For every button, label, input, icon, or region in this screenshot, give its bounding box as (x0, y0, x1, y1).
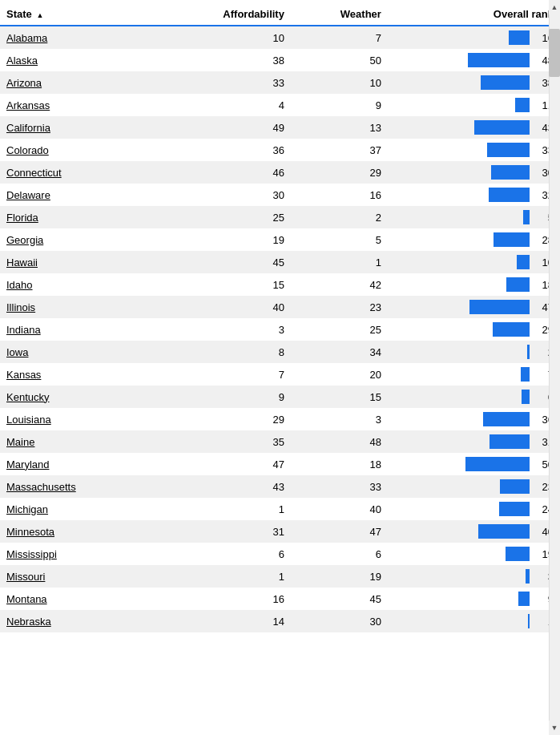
state-link[interactable]: Massachusetts (6, 481, 76, 493)
state-link[interactable]: Mississippi (6, 548, 57, 560)
table-row: Nebraska14301 (0, 610, 560, 632)
affordability-cell: 33 (172, 71, 291, 94)
weather-cell: 33 (291, 475, 388, 498)
table-row: Maine354831 (0, 430, 560, 453)
weather-cell: 19 (291, 565, 388, 588)
state-link[interactable]: Florida (6, 212, 38, 224)
state-link[interactable]: Montana (6, 593, 47, 605)
state-link[interactable]: Arkansas (6, 99, 50, 111)
rank-cell: 9 (388, 588, 560, 610)
weather-cell: 13 (291, 116, 388, 139)
scrollbar[interactable]: ▲ ▼ (549, 0, 560, 735)
table-container: State ▲ Affordability Weather Overall ra… (0, 0, 560, 735)
col-state-header[interactable]: State ▲ (0, 0, 172, 26)
rank-cell: 6 (388, 386, 560, 408)
col-weather-header[interactable]: Weather (291, 0, 388, 26)
scrollbar-arrow-up[interactable]: ▲ (549, 0, 560, 14)
rank-cell: 23 (388, 475, 560, 498)
affordability-cell: 9 (172, 386, 291, 408)
weather-cell: 5 (291, 228, 388, 251)
state-link[interactable]: Arizona (6, 77, 42, 89)
state-link[interactable]: Georgia (6, 234, 43, 246)
table-row: Delaware301632 (0, 184, 560, 206)
state-link[interactable]: Maryland (6, 458, 49, 470)
table-row: Arkansas4911 (0, 94, 560, 116)
state-link[interactable]: Indiana (6, 324, 41, 336)
rank-bar (483, 412, 530, 426)
rank-bar (526, 569, 530, 584)
affordability-cell: 1 (172, 498, 291, 520)
weather-cell: 45 (291, 588, 388, 610)
state-link[interactable]: Delaware (6, 189, 50, 201)
rank-bar (509, 30, 530, 45)
rank-cell: 18 (388, 273, 560, 296)
weather-cell: 18 (291, 453, 388, 475)
affordability-cell: 30 (172, 184, 291, 206)
affordability-cell: 35 (172, 430, 291, 453)
state-link[interactable]: Minnesota (6, 526, 54, 538)
rank-bar (523, 210, 530, 224)
state-link[interactable]: California (6, 122, 50, 134)
state-link[interactable]: Alabama (6, 32, 47, 44)
state-link[interactable]: Maine (6, 436, 34, 448)
table-row: Florida2525 (0, 206, 560, 228)
col-overall-header[interactable]: Overall rank (388, 0, 560, 26)
scrollbar-thumb[interactable] (549, 29, 560, 77)
state-link[interactable]: Michigan (6, 503, 48, 515)
data-table: State ▲ Affordability Weather Overall ra… (0, 0, 560, 632)
rank-bar (487, 143, 530, 157)
state-link[interactable]: Connecticut (6, 167, 62, 179)
table-row: Illinois402347 (0, 296, 560, 318)
rank-cell: 43 (388, 116, 560, 139)
rank-cell: 33 (388, 139, 560, 161)
rank-bar (528, 614, 530, 628)
rank-bar (500, 479, 530, 494)
table-row: Minnesota314740 (0, 520, 560, 543)
state-link[interactable]: Alaska (6, 55, 38, 67)
weather-cell: 9 (291, 94, 388, 116)
affordability-cell: 47 (172, 453, 291, 475)
table-row: Hawaii45110 (0, 251, 560, 273)
affordability-cell: 38 (172, 49, 291, 71)
weather-cell: 48 (291, 430, 388, 453)
table-row: Colorado363733 (0, 139, 560, 161)
rank-bar (478, 524, 530, 539)
state-link[interactable]: Nebraska (6, 616, 51, 628)
rank-bar (493, 322, 530, 337)
affordability-cell: 10 (172, 26, 291, 49)
rank-cell: 1 (388, 610, 560, 632)
rank-bar (481, 75, 530, 90)
rank-cell: 38 (388, 71, 560, 94)
affordability-cell: 7 (172, 363, 291, 386)
table-row: Arizona331038 (0, 71, 560, 94)
state-link[interactable]: Kentucky (6, 391, 49, 403)
state-link[interactable]: Missouri (6, 571, 45, 583)
state-link[interactable]: Kansas (6, 369, 41, 381)
table-row: Georgia19528 (0, 228, 560, 251)
state-header-label: State (6, 8, 32, 20)
rank-cell: 31 (388, 430, 560, 453)
rank-cell: 40 (388, 520, 560, 543)
rank-cell: 36 (388, 408, 560, 430)
state-link[interactable]: Hawaii (6, 256, 38, 269)
affordability-cell: 36 (172, 139, 291, 161)
rank-cell: 29 (388, 318, 560, 341)
state-link[interactable]: Colorado (6, 144, 49, 156)
state-link[interactable]: Iowa (6, 346, 28, 358)
scrollbar-arrow-down[interactable]: ▼ (549, 721, 560, 735)
state-link[interactable]: Idaho (6, 279, 33, 291)
rank-bar (521, 367, 530, 382)
rank-bar (515, 98, 530, 112)
affordability-cell: 45 (172, 251, 291, 273)
state-link[interactable]: Illinois (6, 301, 35, 313)
col-affordability-header[interactable]: Affordability (172, 0, 291, 26)
affordability-cell: 8 (172, 341, 291, 363)
state-link[interactable]: Louisiana (6, 414, 51, 426)
affordability-cell: 16 (172, 588, 291, 610)
affordability-cell: 31 (172, 520, 291, 543)
weather-cell: 50 (291, 49, 388, 71)
rank-cell: 48 (388, 49, 560, 71)
weather-cell: 16 (291, 184, 388, 206)
weather-cell: 1 (291, 251, 388, 273)
overall-header-label: Overall rank (494, 8, 554, 20)
